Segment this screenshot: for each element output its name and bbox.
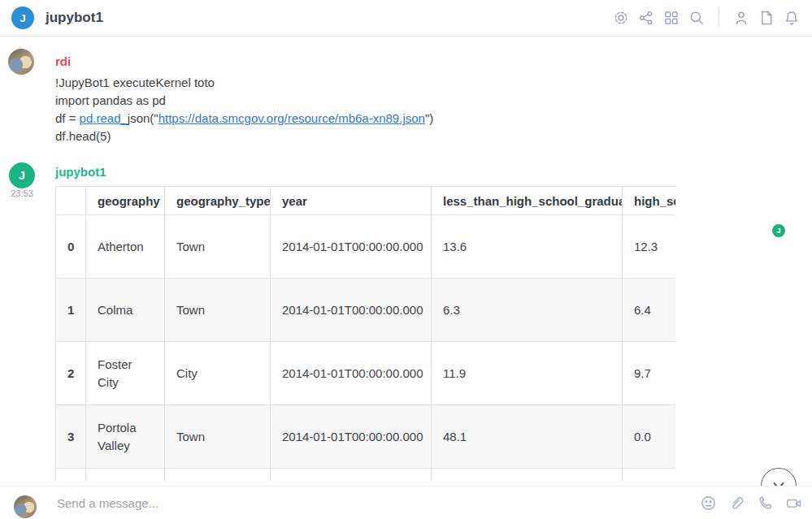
column-header: geography	[86, 187, 165, 215]
header-toolbar	[612, 9, 801, 27]
gear-icon[interactable]	[612, 9, 630, 27]
phone-icon[interactable]	[756, 494, 774, 512]
chevron-down-icon	[770, 477, 788, 486]
composer-toolbar	[699, 494, 802, 512]
table-cell: 13.6	[432, 215, 623, 279]
apps-grid-icon[interactable]	[662, 9, 680, 27]
table-cell: Atherton	[86, 215, 165, 279]
message-link[interactable]: https://data.smcgov.org/resource/mb6a-xn…	[158, 111, 425, 125]
dataframe-table-container: geographygeography_typeyearless_than_hig…	[55, 186, 675, 481]
share-icon[interactable]	[637, 9, 655, 27]
message-line: !JupyBot1 executeKernel toto	[55, 74, 433, 92]
table-row: 2Foster CityCity2014-01-01T00:00:00.0001…	[56, 342, 676, 405]
table-cell: 48.1	[432, 405, 623, 469]
composer-user-avatar[interactable]	[14, 495, 37, 518]
row-index-cell: 2	[56, 342, 86, 405]
dataframe-table: geographygeography_typeyearless_than_hig…	[55, 186, 675, 481]
row-index-cell: 3	[56, 405, 86, 469]
table-row: 1ColmaTown2014-01-01T00:00:00.0006.36.4	[56, 279, 676, 342]
row-index-cell	[56, 469, 86, 482]
channel-avatar: J	[11, 6, 34, 29]
table-cell: 2014-01-01T00:00:00.000	[271, 405, 432, 469]
table-cell: Colma	[86, 279, 165, 342]
jump-to-recent-button[interactable]	[761, 468, 797, 486]
message-text: !JupyBot1 executeKernel toto	[55, 76, 215, 89]
message-list: rdi !JupyBot1 executeKernel totoimport p…	[0, 37, 812, 486]
emoji-icon[interactable]	[699, 494, 717, 512]
table-cell: 6.4	[623, 279, 676, 342]
message-line: import pandas as pd	[55, 92, 433, 110]
dataframe-table-head: geographygeography_typeyearless_than_hig…	[56, 187, 676, 215]
bot-unread-badge[interactable]: J	[772, 224, 785, 237]
message-text: df =	[55, 111, 80, 125]
table-cell	[432, 469, 623, 482]
table-row: 0AthertonTown2014-01-01T00:00:00.00013.6…	[56, 215, 676, 279]
paperclip-icon[interactable]	[727, 494, 745, 512]
message-code-lines: !JupyBot1 executeKernel totoimport panda…	[55, 74, 433, 145]
video-camera-icon[interactable]	[784, 494, 802, 512]
chat-app: J jupybot1	[0, 0, 812, 519]
bell-icon[interactable]	[783, 9, 801, 27]
column-header: year	[271, 187, 432, 215]
message-author-rdi[interactable]: rdi	[55, 54, 433, 68]
table-cell: 2014-01-01T00:00:00.000	[271, 342, 432, 405]
table-cell: 2014-01-01T00:00:00.000	[271, 279, 432, 342]
column-header: geography_type	[165, 187, 271, 215]
table-row	[56, 469, 676, 482]
table-cell: 2014-01-01T00:00:00.000	[271, 215, 432, 279]
bot-avatar[interactable]: J	[9, 162, 35, 188]
table-cell: 11.9	[432, 342, 623, 405]
channel-header: J jupybot1	[0, 0, 812, 37]
column-header: less_than_high_school_graduate	[432, 187, 623, 215]
table-cell: Town	[165, 279, 271, 342]
message-line: df.head(5)	[55, 128, 433, 145]
table-row: 3Portola ValleyTown2014-01-01T00:00:00.0…	[56, 405, 676, 469]
column-header: high_school_graduate	[623, 187, 676, 215]
table-cell	[86, 469, 165, 482]
table-cell: 9.7	[623, 342, 676, 405]
table-cell: Foster City	[86, 342, 165, 405]
table-cell	[271, 469, 432, 482]
message-author-bot[interactable]: jupybot1	[55, 165, 106, 179]
message-text: ")	[425, 111, 433, 125]
message-link[interactable]: pd.read_	[80, 111, 128, 125]
message-text: json("	[128, 111, 158, 125]
person-icon[interactable]	[732, 9, 750, 27]
search-icon[interactable]	[688, 9, 706, 27]
table-cell: 6.3	[432, 279, 623, 342]
message-input[interactable]	[57, 496, 699, 510]
document-icon[interactable]	[758, 9, 775, 27]
table-cell: City	[165, 342, 271, 405]
table-cell: 0.0	[623, 405, 676, 469]
table-cell: Town	[165, 215, 271, 279]
message-text: df.head(5)	[55, 129, 111, 143]
table-cell: 12.3	[623, 215, 676, 279]
message-text: import pandas as pd	[55, 93, 166, 107]
column-header	[56, 187, 86, 215]
dataframe-table-body: 0AthertonTown2014-01-01T00:00:00.00013.6…	[56, 215, 676, 482]
user-avatar-rdi[interactable]	[8, 49, 34, 75]
row-index-cell: 0	[56, 215, 86, 279]
table-cell	[165, 469, 271, 482]
row-index-cell: 1	[56, 279, 86, 342]
message-timestamp: 23:53	[8, 188, 36, 198]
table-cell: Portola Valley	[86, 405, 165, 469]
message-composer	[0, 486, 812, 519]
table-cell	[623, 469, 676, 482]
message-line: df = pd.read_json("https://data.smcgov.o…	[55, 110, 433, 128]
message-rdi: rdi !JupyBot1 executeKernel totoimport p…	[55, 54, 433, 145]
toolbar-divider	[719, 9, 719, 27]
table-cell: Town	[165, 405, 271, 469]
table-header-row: geographygeography_typeyearless_than_hig…	[56, 187, 676, 215]
channel-title[interactable]: jupybot1	[46, 10, 103, 26]
